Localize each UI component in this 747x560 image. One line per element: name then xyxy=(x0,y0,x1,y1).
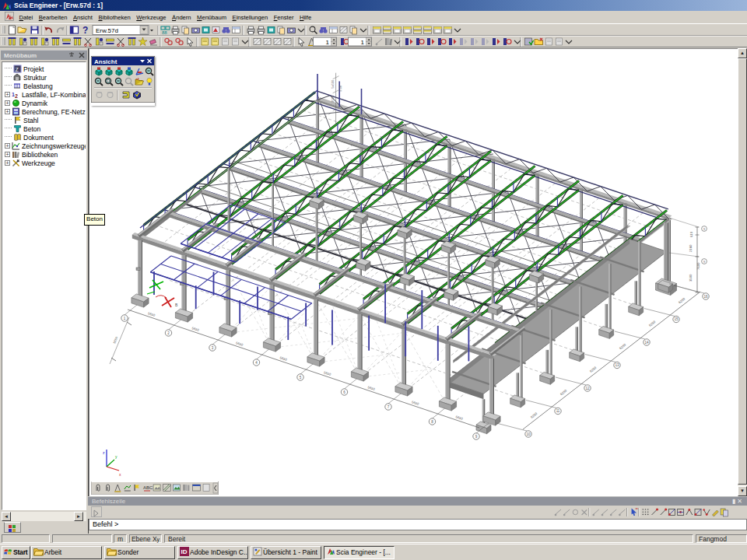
svg-text:6250: 6250 xyxy=(648,320,657,327)
svg-text:z: z xyxy=(103,450,105,455)
svg-text:y: y xyxy=(115,454,117,459)
svg-text:10: 10 xyxy=(526,432,531,436)
svg-text:1: 1 xyxy=(326,39,330,46)
svg-text:Ansicht: Ansicht xyxy=(94,58,117,65)
svg-text:2500: 2500 xyxy=(331,95,335,103)
svg-text:2180: 2180 xyxy=(689,244,693,252)
svg-text:x: x xyxy=(119,472,121,477)
svg-text:13: 13 xyxy=(615,363,619,367)
svg-text:5650: 5650 xyxy=(112,336,118,345)
svg-text:7600: 7600 xyxy=(696,262,700,270)
svg-text:B: B xyxy=(175,303,178,307)
svg-text:88: 88 xyxy=(162,30,167,35)
svg-text:6250: 6250 xyxy=(678,296,686,304)
svg-text:16: 16 xyxy=(703,295,708,299)
svg-text:Erw.57d: Erw.57d xyxy=(96,27,118,34)
svg-text:1: 1 xyxy=(361,39,365,46)
svg-text:5x500: 5x500 xyxy=(331,79,335,89)
svg-text:610: 610 xyxy=(689,231,693,237)
svg-text:Z: Z xyxy=(16,67,19,72)
svg-text:9: 9 xyxy=(703,261,705,264)
svg-text:6250: 6250 xyxy=(559,388,568,396)
svg-text:6250: 6250 xyxy=(530,411,538,419)
svg-text:9: 9 xyxy=(703,228,705,231)
svg-text:ID: ID xyxy=(181,548,188,555)
svg-text:11: 11 xyxy=(556,409,560,413)
svg-text:ABC: ABC xyxy=(143,485,153,490)
svg-text:6250: 6250 xyxy=(619,342,627,350)
svg-text:6250: 6250 xyxy=(589,366,598,373)
svg-text:?: ? xyxy=(82,25,88,36)
svg-text:3500: 3500 xyxy=(689,274,693,282)
svg-text:9.08: 9.08 xyxy=(338,85,342,92)
svg-text:14: 14 xyxy=(644,341,649,345)
svg-text:12: 12 xyxy=(585,387,590,390)
svg-text:15: 15 xyxy=(674,317,679,321)
svg-text:2: 2 xyxy=(15,93,18,99)
